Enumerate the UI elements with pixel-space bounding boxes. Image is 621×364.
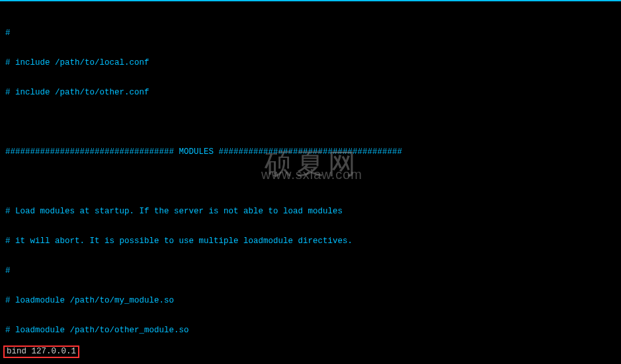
config-line bbox=[5, 118, 616, 127]
config-line bbox=[5, 355, 616, 364]
config-line: # include /path/to/local.conf bbox=[5, 58, 616, 68]
bind-config-text: bind 127.0.0.1 bbox=[7, 347, 76, 356]
config-line: ################################## MODUL… bbox=[5, 147, 616, 157]
terminal-scrollbar[interactable] bbox=[617, 1, 621, 364]
config-line: # include /path/to/other.conf bbox=[5, 88, 616, 98]
config-line bbox=[5, 177, 616, 187]
config-line: # Load modules at startup. If the server… bbox=[5, 207, 616, 217]
window-top-border bbox=[0, 0, 621, 1]
config-line: # loadmodule /path/to/my_module.so bbox=[5, 296, 616, 306]
terminal-viewport[interactable]: # # include /path/to/local.conf # includ… bbox=[0, 0, 621, 364]
config-line: # it will abort. It is possible to use m… bbox=[5, 237, 616, 246]
highlighted-bind-directive: bind 127.0.0.1 bbox=[3, 346, 79, 358]
config-line: # bbox=[5, 266, 616, 276]
config-line: # bbox=[5, 28, 616, 38]
config-line: # loadmodule /path/to/other_module.so bbox=[5, 326, 616, 336]
